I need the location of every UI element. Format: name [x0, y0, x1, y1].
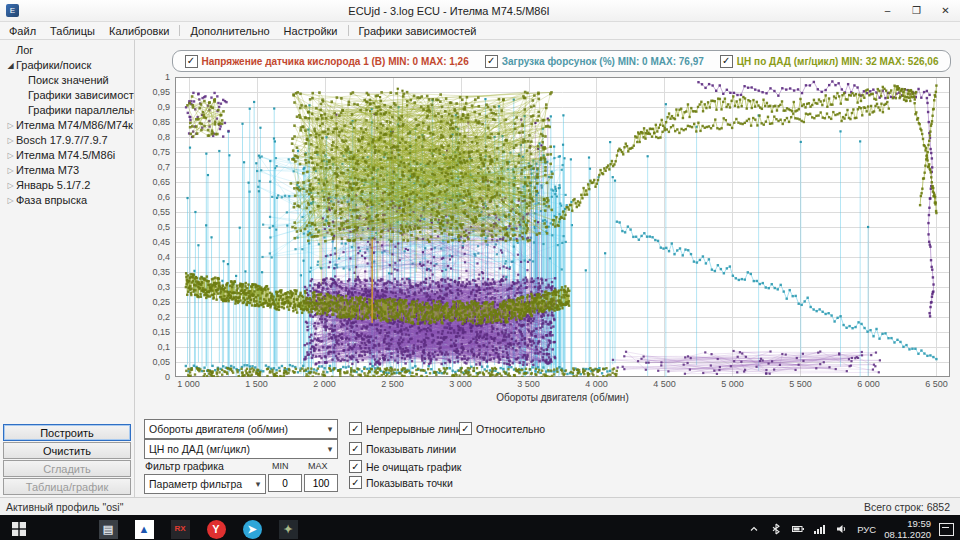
y-tick-label: 0,85 [152, 117, 170, 127]
x-tick-label: 1 500 [237, 379, 277, 389]
tree-expand-icon[interactable]: ▷ [5, 193, 16, 208]
start-button[interactable] [0, 515, 38, 540]
y-tick-label: 0,45 [152, 237, 170, 247]
maximize-button[interactable]: ❐ [902, 1, 931, 21]
taskbar-app[interactable]: ✦ [270, 515, 306, 540]
tree-item-bosch[interactable]: ▷ Bosch 17.9.7/7.9.7 [0, 133, 134, 148]
menu-dependency-graphs[interactable]: Графики зависимостей [352, 24, 484, 38]
tree-item-label: Ителма М74/М86/М74к [16, 118, 133, 133]
tree-item-itelma-m73[interactable]: ▷ Ителма М73 [0, 163, 134, 178]
menu-tables[interactable]: Таблицы [43, 24, 102, 38]
legend-item-dad[interactable]: ЦН по ДАД (мг/цикл) MIN: 32 MAX: 526,06 [720, 55, 939, 68]
app-icon: E [6, 4, 19, 17]
menu-additional[interactable]: Дополнительно [183, 24, 276, 38]
checkbox-icon [349, 442, 362, 455]
y-axis: 00,050,10,150,20,250,30,350,40,450,50,55… [141, 77, 172, 377]
x-tick-label: 2 500 [373, 379, 413, 389]
tree-expand-icon[interactable]: ▷ [5, 133, 16, 148]
menu-bar: ФайлТаблицыКалибровкиДополнительноНастро… [0, 22, 960, 40]
checkbox-continuous-lines[interactable]: Непрерывные линии [349, 422, 467, 435]
taskbar-app-icon: RX [171, 520, 190, 539]
tree-item-label: Графики параллельно [28, 103, 134, 118]
taskbar-app[interactable]: ➤ [234, 515, 270, 540]
tree-item-log[interactable]: Лог [0, 43, 134, 58]
checkbox-label: Показывать линии [366, 443, 456, 455]
y-tick-label: 0,15 [152, 327, 170, 337]
filter-parameter-value: Параметр фильтра [145, 478, 251, 490]
tree-item-injection-phase[interactable]: ▷ Фаза впрыска [0, 193, 134, 208]
chevron-down-icon [251, 479, 265, 489]
battery-icon[interactable] [791, 522, 805, 536]
volume-icon[interactable] [835, 522, 849, 536]
menu-calibrations[interactable]: Калибровки [102, 24, 176, 38]
chart-canvas[interactable] [175, 77, 950, 377]
plot-area: 00,050,10,150,20,250,30,350,40,450,50,55… [141, 77, 952, 407]
x-tick-label: 2 000 [305, 379, 345, 389]
tree-item-value-search[interactable]: Поиск значений [0, 73, 134, 88]
taskbar: ▤ ▲ RX Y ➤ ✦ [0, 515, 960, 540]
windows-logo-icon [12, 522, 26, 536]
y-tick-label: 1 [165, 72, 170, 82]
menu-item[interactable] [348, 25, 349, 36]
language-indicator[interactable]: РУС [857, 524, 876, 535]
taskbar-app[interactable]: ▤ [90, 515, 126, 540]
taskbar-app-icon: ➤ [243, 520, 262, 539]
menu-file[interactable]: Файл [2, 24, 43, 38]
x-tick-label: 4 500 [644, 379, 684, 389]
taskbar-app[interactable]: ▲ [126, 515, 162, 540]
tree-item-graphs-search[interactable]: ◢ Графики/поиск [0, 58, 134, 73]
y-tick-label: 0,5 [157, 222, 170, 232]
minimize-button[interactable]: – [873, 1, 902, 21]
hidden-icons-chevron-icon[interactable] [747, 522, 761, 536]
clear-button[interactable]: Очистить [3, 442, 131, 459]
taskbar-app[interactable]: RX [162, 515, 198, 540]
taskbar-app-icon: Y [207, 520, 226, 539]
menu-item[interactable] [179, 25, 180, 36]
taskbar-app[interactable]: Y [198, 515, 234, 540]
y-tick-label: 0,35 [152, 267, 170, 277]
tree-expand-icon[interactable]: ▷ [5, 148, 16, 163]
tree-item-parallel-graphs[interactable]: Графики параллельно [0, 103, 134, 118]
y-parameter-value: ЦН по ДАД (мг/цикл) [145, 443, 323, 455]
checkbox-show-lines[interactable]: Показывать линии [349, 442, 456, 455]
taskbar-clock[interactable]: 19:59 08.11.2020 [884, 518, 931, 540]
checkbox-no-clear[interactable]: Не очищать график [349, 460, 461, 473]
tree-expand-icon[interactable]: ▷ [5, 118, 16, 133]
close-button[interactable]: ✕ [931, 1, 960, 21]
filter-min-input[interactable] [268, 474, 302, 492]
x-parameter-select[interactable]: Обороты двигателя (об/мин) [144, 419, 338, 439]
title-bar: E ECUjd - 3.log ECU - Ителма М74.5/М86I … [0, 0, 960, 22]
menu-settings[interactable]: Настройки [277, 24, 345, 38]
build-button[interactable]: Построить [3, 424, 131, 441]
network-icon[interactable] [813, 522, 827, 536]
filter-max-input[interactable] [304, 474, 338, 492]
y-tick-label: 0,9 [157, 102, 170, 112]
navigation-tree: Лог ◢ Графики/поиск Поиск значений Графи… [0, 40, 134, 422]
legend-item-injectors[interactable]: Загрузка форсунок (%) MIN: 0 MAX: 76,97 [485, 55, 704, 68]
bluetooth-icon[interactable] [769, 522, 783, 536]
checkbox-show-points[interactable]: Показывать точки [349, 476, 453, 489]
tree-item-january[interactable]: ▷ Январь 5.1/7.2 [0, 178, 134, 193]
tree-expand-icon[interactable]: ▷ [5, 178, 16, 193]
tree-item-dependency-graphs[interactable]: Графики зависимостей [0, 88, 134, 103]
tree-expand-icon[interactable]: ◢ [5, 58, 16, 73]
checkbox-icon [349, 476, 362, 489]
smooth-button[interactable]: Сгладить [3, 460, 131, 477]
checkbox-icon [349, 422, 362, 435]
tree-item-itelma-m745[interactable]: ▷ Ителма М74.5/М86і [0, 148, 134, 163]
taskbar-app-icon: ▲ [135, 520, 154, 539]
y-tick-label: 0,6 [157, 192, 170, 202]
tree-expand-icon[interactable]: ▷ [5, 163, 16, 178]
y-parameter-select[interactable]: ЦН по ДАД (мг/цикл) [144, 439, 338, 459]
legend-item-oxygen[interactable]: Напряжение датчика кислорода 1 (В) MIN: … [185, 55, 469, 68]
table-graph-button[interactable]: Таблица/график [3, 478, 131, 495]
chart-legend: Напряжение датчика кислорода 1 (В) MIN: … [172, 50, 952, 72]
x-tick-label: 1 000 [169, 379, 209, 389]
action-center-icon[interactable] [939, 523, 954, 536]
x-tick-label: 3 500 [509, 379, 549, 389]
filter-parameter-select[interactable]: Параметр фильтра [144, 474, 266, 494]
min-label: MIN [272, 461, 289, 471]
tree-item-itelma-m74[interactable]: ▷ Ителма М74/М86/М74к [0, 118, 134, 133]
checkbox-relative[interactable]: Относительно [459, 422, 545, 435]
legend-label: Загрузка форсунок (%) MIN: 0 MAX: 76,97 [502, 56, 704, 67]
